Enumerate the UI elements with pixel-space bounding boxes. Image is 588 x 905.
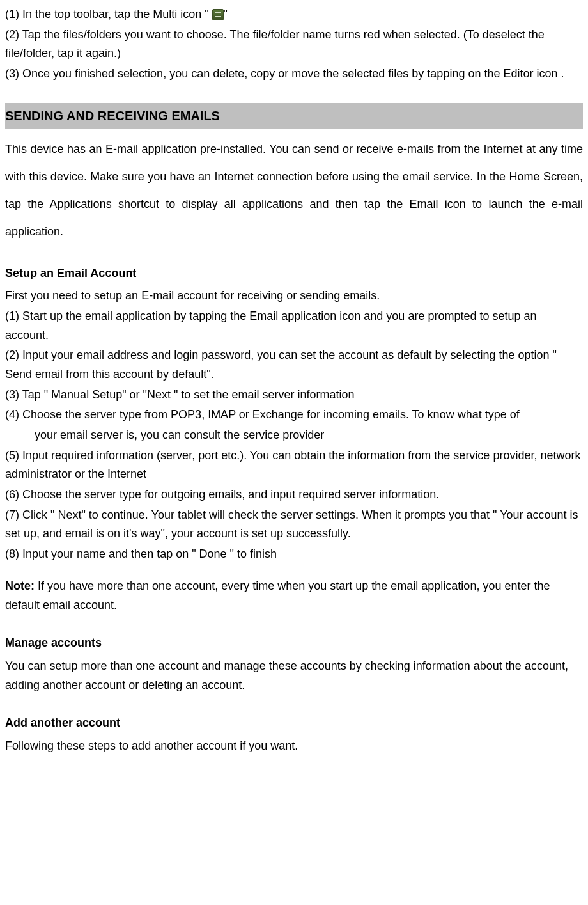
manage-accounts-heading: Manage accounts (5, 634, 583, 653)
setup-step-5: (5) Input required information (server, … (5, 446, 583, 484)
top-step-1-suffix: " (224, 8, 228, 20)
note-text: If you have more than one account, every… (5, 579, 550, 611)
setup-step-2: (2) Input your email address and login p… (5, 346, 583, 384)
email-intro-paragraph: This device has an E-mail application pr… (5, 136, 583, 246)
multi-icon (212, 9, 224, 20)
setup-intro-text: First you need to setup an E-mail accoun… (5, 287, 583, 306)
top-numbered-list: (1) In the top toolbar, tap the Multi ic… (5, 5, 583, 84)
section-header-emails: SENDING AND RECEIVING EMAILS (5, 103, 583, 129)
setup-step-1: (1) Start up the email application by ta… (5, 307, 583, 345)
setup-step-4-line2: your email server is, you can consult th… (5, 426, 583, 445)
setup-step-7: (7) Click " Next" to continue. Your tabl… (5, 506, 583, 544)
top-step-1-prefix: (1) In the top toolbar, tap the Multi ic… (5, 8, 212, 20)
setup-steps-list: (1) Start up the email application by ta… (5, 307, 583, 564)
setup-step-8: (8) Input your name and then tap on " Do… (5, 545, 583, 564)
setup-step-4-line1: (4) Choose the server type from POP3, IM… (5, 405, 583, 425)
add-account-text: Following these steps to add another acc… (5, 737, 583, 756)
add-account-heading: Add another account (5, 714, 583, 733)
setup-account-heading: Setup an Email Account (5, 264, 583, 283)
manage-accounts-text: You can setup more than one account and … (5, 657, 583, 695)
note-paragraph: Note: If you have more than one account,… (5, 577, 583, 615)
setup-step-6: (6) Choose the server type for outgoing … (5, 485, 583, 505)
top-step-3: (3) Once you finished selection, you can… (5, 65, 583, 84)
note-label: Note: (5, 579, 35, 592)
top-step-2: (2) Tap the files/folders you want to ch… (5, 26, 583, 63)
top-step-1: (1) In the top toolbar, tap the Multi ic… (5, 5, 583, 24)
setup-step-3: (3) Tap " Manual Setup" or "Next " to se… (5, 386, 583, 405)
